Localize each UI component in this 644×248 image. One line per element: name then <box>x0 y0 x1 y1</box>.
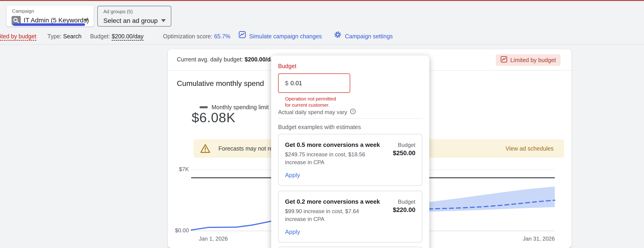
y-tick-0: $0.00 <box>168 227 189 234</box>
example-name: Get 0.5 more conversions a week <box>285 141 384 149</box>
y-tick-7k: $7K <box>168 166 189 173</box>
adgroup-select[interactable]: Ad groups (5) Select an ad group <box>97 6 171 26</box>
limited-by-budget-chip[interactable]: ited by budget <box>0 31 36 42</box>
simulate-campaign-changes-link[interactable]: Simulate campaign changes <box>238 31 322 42</box>
chevron-down-icon <box>161 19 166 22</box>
limit-line-swatch <box>200 106 208 108</box>
campaign-type: Type: Search <box>48 31 81 42</box>
avg-budget-label: Current avg. daily budget: <box>177 56 243 63</box>
optscore-label: Optimization score: <box>163 33 212 39</box>
x-tick-start: Jan 1, 2026 <box>199 236 228 242</box>
error-text-line2: for current customer. <box>285 102 330 108</box>
chart-title: Cumulative monthly spend <box>177 79 264 88</box>
budget-edit-popup: Budget $ Operation not permitted for cur… <box>271 55 429 248</box>
simulate-label: Simulate campaign changes <box>249 31 322 42</box>
popup-title: Budget <box>278 63 296 69</box>
adgroup-select-value: Select an ad group <box>103 17 158 24</box>
svg-text:?: ? <box>352 110 354 113</box>
optscore-value[interactable]: 65.7% <box>214 33 230 39</box>
budget-label: Budget: <box>90 33 110 39</box>
badge-chart-icon <box>500 56 508 64</box>
campaign-selected-underline <box>13 23 85 26</box>
settings-label: Campaign settings <box>345 31 393 42</box>
chevron-down-icon <box>84 19 88 22</box>
budget-example-card: Get 0.2 more conversions a week $99.90 i… <box>278 191 422 243</box>
campaign-info-bar: ited by budget Type: Search Budget: $200… <box>0 31 644 42</box>
budget-value[interactable]: $200.00/day <box>112 33 144 41</box>
currency-symbol: $ <box>285 80 288 87</box>
example-desc: $99.90 increase in cost, $7.64 increase … <box>285 207 379 223</box>
current-avg-budget: Current avg. daily budget: $200.00/day <box>177 56 277 63</box>
campaign-settings-link[interactable]: Campaign settings <box>334 31 393 42</box>
simulate-chart-icon <box>238 31 246 42</box>
warning-triangle-icon <box>200 143 210 155</box>
example-budget-amount: $250.00 <box>393 150 416 157</box>
apply-button[interactable]: Apply <box>285 172 300 179</box>
gear-icon <box>334 31 342 42</box>
budget-example-card: Get 0.5 more conversions a week $249.75 … <box>278 134 422 186</box>
type-label: Type: <box>48 33 62 39</box>
monthly-spending-limit-value: $6.08K <box>192 110 236 125</box>
budget-example-card-partial <box>278 247 422 248</box>
campaign-select[interactable]: Campaign IT Admin (5 Keywords) <box>6 6 94 26</box>
toolbar-divider <box>0 44 644 44</box>
campaign-select-label: Campaign <box>12 8 34 14</box>
x-tick-end: Jan 31, 2026 <box>498 236 555 242</box>
example-name: Get 0.2 more conversions a week <box>285 198 384 205</box>
warning-text: Forecasts may not refl <box>218 139 276 158</box>
example-desc: $249.75 increase in cost, $18.56 increas… <box>285 151 379 166</box>
daily-spend-note: Actual daily spend may vary ? <box>278 109 356 116</box>
adgroup-select-label: Ad groups (5) <box>103 9 133 14</box>
budget-input[interactable] <box>290 79 337 87</box>
limited-by-budget-badge[interactable]: Limited by budget <box>496 54 560 66</box>
examples-title: Budget examples with estimates <box>278 124 361 130</box>
google-ads-budget-screen: Campaign IT Admin (5 Keywords) Ad groups… <box>0 0 644 248</box>
apply-button[interactable]: Apply <box>285 228 300 236</box>
example-budget-label: Budget <box>398 199 416 205</box>
note-text: Actual daily spend may vary <box>278 109 347 115</box>
error-text-line1: Operation not permitted <box>285 96 336 102</box>
view-ad-schedules-link[interactable]: View ad schedules <box>506 139 554 158</box>
top-accent-bar <box>0 0 644 1</box>
example-budget-label: Budget <box>398 142 416 148</box>
campaign-select-value: IT Admin (5 Keywords) <box>24 17 89 24</box>
badge-label: Limited by budget <box>510 57 556 63</box>
help-icon[interactable]: ? <box>350 109 356 116</box>
popup-divider <box>278 118 422 119</box>
budget-input-box[interactable]: $ <box>278 73 350 93</box>
campaign-budget: Budget: $200.00/day <box>90 31 144 42</box>
optimization-score: Optimization score: 65.7% <box>163 31 230 42</box>
example-budget-amount: $220.00 <box>393 207 416 214</box>
type-value: Search <box>63 33 81 39</box>
